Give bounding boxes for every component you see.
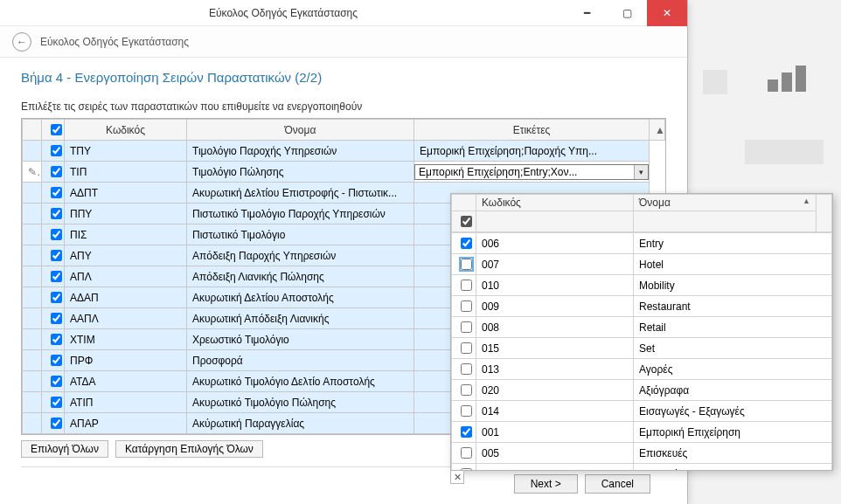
- code-cell[interactable]: ΑΑΠΛ: [65, 308, 187, 329]
- code-cell[interactable]: ΤΙΠ: [65, 162, 187, 183]
- popup-scrollbar[interactable]: [817, 195, 832, 232]
- chevron-down-icon[interactable]: ▾: [634, 165, 648, 179]
- row-checkbox-cell[interactable]: [42, 162, 65, 183]
- lookup-code-cell[interactable]: 010: [476, 275, 634, 296]
- name-cell[interactable]: Προσφορά: [187, 350, 414, 371]
- name-cell[interactable]: Απόδειξη Λιανικής Πώλησης: [187, 266, 414, 287]
- lookup-checkbox[interactable]: [461, 280, 472, 291]
- code-cell[interactable]: ΧΤΙΜ: [65, 329, 187, 350]
- code-cell[interactable]: ΠΠΥ: [65, 204, 187, 224]
- select-all-button[interactable]: Επιλογή Όλων: [21, 440, 108, 458]
- lookup-name-cell[interactable]: Restaurant: [634, 296, 832, 317]
- name-cell[interactable]: Ακυρωτικό Τιμολόγιο Πώλησης: [187, 392, 414, 413]
- lookup-code-cell[interactable]: 007: [476, 254, 634, 275]
- popup-filter-name[interactable]: [634, 211, 817, 232]
- lookup-row[interactable]: 015Set: [452, 338, 832, 359]
- row-checkbox[interactable]: [51, 271, 62, 282]
- popup-close-button[interactable]: ✕: [450, 470, 464, 484]
- row-checkbox[interactable]: [51, 187, 62, 198]
- lookup-code-cell[interactable]: 001: [476, 422, 634, 443]
- lookup-name-cell[interactable]: Επισκευές: [634, 443, 832, 464]
- table-row[interactable]: ΤΠΥΤιμολόγιο Παροχής ΥπηρεσιώνΕμπορική Ε…: [23, 141, 665, 162]
- lookup-code-cell[interactable]: 013: [476, 359, 634, 380]
- lookup-checkbox-cell[interactable]: [452, 401, 476, 422]
- close-button[interactable]: ✕: [647, 0, 687, 26]
- lookup-checkbox-cell[interactable]: [452, 254, 476, 275]
- lookup-checkbox[interactable]: [461, 363, 472, 375]
- name-cell[interactable]: Πιστωτικό Τιμολόγιο Παροχής Υπηρεσιών: [187, 204, 414, 224]
- code-cell[interactable]: ΑΔΠΤ: [65, 183, 187, 204]
- name-cell[interactable]: Ακυρωτικό Τιμολόγιο Δελτίο Αποστολής: [187, 371, 414, 392]
- tags-header[interactable]: Ετικέτες: [414, 120, 650, 141]
- row-checkbox[interactable]: [51, 166, 62, 177]
- back-button[interactable]: ←: [12, 32, 31, 52]
- lookup-row[interactable]: 018Κοστολόγηση: [452, 464, 832, 471]
- name-cell[interactable]: Χρεωστικό Τιμολόγιο: [187, 329, 414, 350]
- name-cell[interactable]: Ακυρωτική Δελτίου Αποστολής: [187, 287, 414, 308]
- lookup-name-cell[interactable]: Retail: [634, 317, 832, 338]
- code-cell[interactable]: ΑΤΙΠ: [65, 392, 187, 413]
- row-checkbox[interactable]: [51, 418, 62, 429]
- name-cell[interactable]: Ακυρωτική Απόδειξη Λιανικής: [187, 308, 414, 329]
- code-cell[interactable]: ΑΠΑΡ: [65, 413, 187, 434]
- row-checkbox-cell[interactable]: [42, 287, 65, 308]
- row-checkbox[interactable]: [51, 355, 62, 366]
- row-checkbox-cell[interactable]: [42, 224, 65, 245]
- name-cell[interactable]: Τιμολόγιο Παροχής Υπηρεσιών: [187, 141, 414, 162]
- lookup-row[interactable]: 001Εμπορική Επιχείρηση: [452, 422, 832, 443]
- lookup-checkbox[interactable]: [461, 259, 472, 270]
- lookup-name-cell[interactable]: Εισαγωγές - Εξαγωγές: [634, 401, 832, 422]
- row-checkbox[interactable]: [51, 376, 62, 387]
- code-cell[interactable]: ΠΙΣ: [65, 224, 187, 245]
- lookup-name-cell[interactable]: Κοστολόγηση: [634, 464, 832, 471]
- lookup-checkbox-cell[interactable]: [452, 296, 476, 317]
- row-checkbox[interactable]: [51, 313, 62, 324]
- lookup-checkbox-cell[interactable]: [452, 338, 476, 359]
- name-cell[interactable]: Τιμολόγιο Πώλησης: [187, 162, 414, 183]
- tags-cell[interactable]: Εμπορική Επιχείρηση;Παροχής Υπη...: [414, 141, 650, 162]
- lookup-checkbox[interactable]: [461, 405, 472, 417]
- lookup-checkbox-cell[interactable]: [452, 275, 476, 296]
- name-cell[interactable]: Απόδειξη Παροχής Υπηρεσιών: [187, 245, 414, 266]
- lookup-checkbox[interactable]: [461, 321, 472, 333]
- lookup-code-cell[interactable]: 008: [476, 317, 634, 338]
- lookup-checkbox-cell[interactable]: [452, 464, 476, 471]
- lookup-name-cell[interactable]: Set: [634, 338, 832, 359]
- row-checkbox-cell[interactable]: [42, 266, 65, 287]
- table-row[interactable]: ✎ΤΙΠΤιμολόγιο ΠώλησηςΕμπορική Επιχείρηση…: [23, 162, 665, 183]
- row-checkbox-cell[interactable]: [42, 329, 65, 350]
- code-cell[interactable]: ΑΤΔΑ: [65, 371, 187, 392]
- lookup-name-cell[interactable]: Hotel: [634, 254, 832, 275]
- lookup-name-cell[interactable]: Εμπορική Επιχείρηση: [634, 422, 832, 443]
- row-checkbox[interactable]: [51, 229, 62, 240]
- lookup-checkbox-cell[interactable]: [452, 380, 476, 401]
- lookup-checkbox-cell[interactable]: [452, 317, 476, 338]
- tags-cell[interactable]: Εμπορική Επιχείρηση;Entry;Χον...▾: [414, 162, 650, 183]
- lookup-checkbox[interactable]: [461, 238, 472, 249]
- row-checkbox[interactable]: [51, 145, 62, 156]
- name-header[interactable]: Όνομα: [187, 120, 414, 141]
- popup-name-header[interactable]: Όνομα ▲: [634, 195, 817, 211]
- lookup-name-cell[interactable]: Entry: [634, 233, 832, 254]
- row-checkbox-cell[interactable]: [42, 141, 65, 162]
- popup-check-header[interactable]: [452, 195, 476, 211]
- code-cell[interactable]: ΑΠΛ: [65, 266, 187, 287]
- lookup-row[interactable]: 020Αξιόγραφα: [452, 380, 832, 401]
- lookup-checkbox[interactable]: [461, 300, 472, 312]
- row-checkbox-cell[interactable]: [42, 392, 65, 413]
- row-checkbox-cell[interactable]: [42, 350, 65, 371]
- lookup-row[interactable]: 005Επισκευές: [452, 443, 832, 464]
- lookup-checkbox[interactable]: [461, 447, 472, 459]
- lookup-name-cell[interactable]: Mobility: [634, 275, 832, 296]
- lookup-code-cell[interactable]: 014: [476, 401, 634, 422]
- name-cell[interactable]: Ακύρωτική Παραγγελίας: [187, 413, 414, 434]
- tags-editor[interactable]: Εμπορική Επιχείρηση;Entry;Χον...▾: [414, 164, 649, 180]
- row-checkbox-cell[interactable]: [42, 204, 65, 224]
- lookup-checkbox-cell[interactable]: [452, 422, 476, 443]
- lookup-checkbox-cell[interactable]: [452, 233, 476, 254]
- lookup-name-cell[interactable]: Αγορές: [634, 359, 832, 380]
- grid-scrollbar[interactable]: ▲: [650, 120, 665, 141]
- lookup-row[interactable]: 009Restaurant: [452, 296, 832, 317]
- lookup-code-cell[interactable]: 015: [476, 338, 634, 359]
- lookup-checkbox[interactable]: [461, 426, 472, 438]
